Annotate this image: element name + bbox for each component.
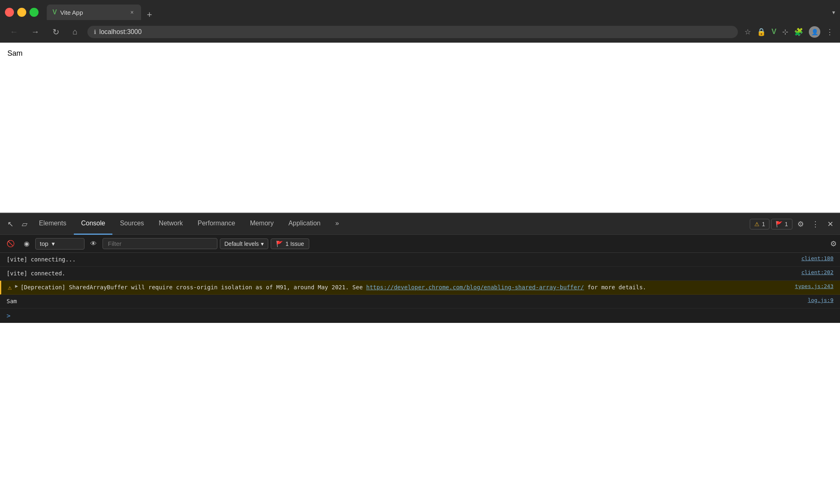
profile-avatar[interactable]: 👤 [809, 26, 820, 38]
console-row-source[interactable]: client:202 [801, 269, 833, 275]
source-dropdown-arrow: ▾ [52, 240, 55, 247]
devtools-more-button[interactable]: ⋮ [809, 218, 822, 231]
cursor-extension-icon[interactable]: ⊹ [782, 27, 788, 36]
tab-memory[interactable]: Memory [242, 213, 281, 235]
issues-button[interactable]: 🚩 1 Issue [271, 238, 309, 249]
back-button[interactable]: ← [7, 25, 21, 38]
tab-more[interactable]: » [328, 213, 346, 235]
forward-button[interactable]: → [28, 25, 43, 38]
console-row-text: [Deprecation] SharedArrayBuffer will req… [21, 283, 788, 292]
issues-label: 1 Issue [285, 241, 304, 247]
tab-close-button[interactable]: × [129, 8, 135, 16]
deprecation-link[interactable]: https://developer.chrome.com/blog/enabli… [366, 284, 584, 291]
devtools-settings-button[interactable]: ⚙ [794, 218, 807, 231]
traffic-lights [5, 8, 39, 17]
puzzle-icon[interactable]: 🧩 [794, 27, 803, 36]
console-row-source[interactable]: log.js:9 [808, 297, 833, 303]
console-toolbar: 🚫 ◉ top ▾ 👁 Default levels ▾ 🚩 1 Issue ⚙ [0, 235, 840, 253]
tab-performance[interactable]: Performance [190, 213, 243, 235]
home-button[interactable]: ⌂ [69, 25, 81, 38]
tab-elements[interactable]: Elements [32, 213, 74, 235]
new-tab-button[interactable]: + [143, 9, 156, 20]
browser-tab-active[interactable]: V Vite App × [47, 5, 141, 20]
browser-chrome: V Vite App × + ▾ ← → ↻ ⌂ ℹ localhost:300… [0, 0, 840, 43]
device-icon[interactable]: ▱ [18, 217, 32, 231]
devtools-panel: ↖ ▱ Elements Console Sources Network Per… [0, 213, 840, 323]
console-source-select[interactable]: top ▾ [35, 238, 84, 250]
tab-network[interactable]: Network [151, 213, 190, 235]
page-text: Sam [7, 49, 23, 57]
console-row-source[interactable]: client:180 [801, 255, 833, 261]
devtools-close-button[interactable]: ✕ [824, 218, 837, 231]
flag-icon: 🚩 [776, 221, 783, 227]
tab-bar: V Vite App × + [47, 5, 829, 20]
bookmark-icon[interactable]: ☆ [744, 27, 751, 36]
console-row-warn: ⚠ ▶ [Deprecation] SharedArrayBuffer will… [0, 281, 840, 295]
maximize-traffic-light[interactable] [30, 8, 39, 17]
title-bar: V Vite App × + ▾ [0, 0, 840, 21]
console-row-text: [vite] connecting... [7, 255, 795, 264]
default-levels-button[interactable]: Default levels ▾ [220, 238, 268, 249]
eye-icon[interactable]: 👁 [87, 238, 100, 249]
address-bar: ← → ↻ ⌂ ℹ localhost:3000 ☆ 🔒 V ⊹ 🧩 👤 ⋮ [0, 21, 840, 43]
warn-icon: ⚠ [754, 221, 760, 227]
devtools-toolbar: ↖ ▱ Elements Console Sources Network Per… [0, 213, 840, 235]
tab-application[interactable]: Application [281, 213, 328, 235]
tab-title: Vite App [60, 9, 126, 16]
console-settings-button[interactable]: ⚙ [830, 239, 837, 248]
info-count: 1 [785, 221, 788, 227]
reload-button[interactable]: ↻ [49, 25, 63, 39]
address-text: localhost:3000 [99, 28, 731, 36]
vite-favicon: V [52, 9, 57, 16]
warn-count: 1 [762, 221, 765, 227]
console-prompt: > [0, 309, 840, 323]
issues-flag-icon: 🚩 [276, 241, 283, 247]
console-prompt-input[interactable] [14, 313, 833, 319]
vite-extension-icon[interactable]: V [772, 27, 776, 36]
default-levels-text: Default levels [224, 241, 259, 247]
toolbar-icons: ☆ 🔒 V ⊹ 🧩 👤 ⋮ [744, 26, 833, 38]
devtools-toolbar-right: ⚠ 1 🚩 1 ⚙ ⋮ ✕ [750, 218, 837, 231]
warn-badge-button[interactable]: ⚠ 1 [750, 219, 769, 229]
console-filter-input[interactable] [103, 238, 217, 249]
inspector-icon[interactable]: ↖ [3, 217, 18, 231]
info-badge-button[interactable]: 🚩 1 [771, 219, 792, 229]
tab-console[interactable]: Console [74, 213, 113, 235]
page-content: Sam [0, 43, 840, 213]
console-row: [vite] connecting... client:180 [0, 253, 840, 267]
minimize-traffic-light[interactable] [17, 8, 26, 17]
console-row-text: [vite] connected. [7, 269, 795, 278]
tab-sources[interactable]: Sources [112, 213, 151, 235]
console-row-sam: Sam log.js:9 [0, 295, 840, 309]
console-filter-icon[interactable]: ◉ [21, 238, 33, 249]
levels-arrow: ▾ [261, 241, 264, 247]
extension-icon1[interactable]: 🔒 [757, 27, 766, 36]
clear-console-button[interactable]: 🚫 [3, 238, 18, 249]
console-row-text: Sam [7, 297, 801, 306]
expand-arrow[interactable]: ▶ [15, 283, 18, 289]
console-output: [vite] connecting... client:180 [vite] c… [0, 253, 840, 323]
console-source-text: top [40, 240, 48, 247]
menu-icon[interactable]: ⋮ [826, 27, 833, 36]
address-input-wrap[interactable]: ℹ localhost:3000 [87, 26, 738, 38]
prompt-arrow: > [7, 312, 11, 320]
console-row-source[interactable]: types.js:243 [795, 283, 833, 289]
close-traffic-light[interactable] [5, 8, 14, 17]
tab-dropdown-arrow[interactable]: ▾ [832, 9, 835, 16]
warning-icon: ⚠ [8, 284, 12, 291]
console-row: [vite] connected. client:202 [0, 267, 840, 281]
lock-icon: ℹ [94, 29, 96, 35]
